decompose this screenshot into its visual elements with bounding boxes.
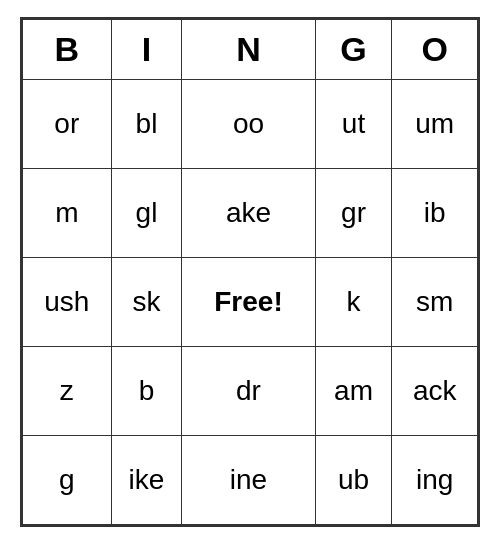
header-row: B I N G O [23, 20, 478, 80]
cell-r0-c3: ut [315, 80, 392, 169]
table-row: mglakegrib [23, 169, 478, 258]
cell-r2-c2[interactable]: Free! [182, 258, 315, 347]
cell-r2-c3: k [315, 258, 392, 347]
table-row: zbdramack [23, 347, 478, 436]
table-row: orblooutum [23, 80, 478, 169]
header-n: N [182, 20, 315, 80]
cell-r2-c1: sk [111, 258, 182, 347]
cell-r0-c4: um [392, 80, 478, 169]
cell-r0-c1: bl [111, 80, 182, 169]
table-row: ushskFree!ksm [23, 258, 478, 347]
header-g: G [315, 20, 392, 80]
cell-r2-c0: ush [23, 258, 112, 347]
cell-r4-c3: ub [315, 436, 392, 525]
header-o: O [392, 20, 478, 80]
cell-r1-c1: gl [111, 169, 182, 258]
cell-r0-c0: or [23, 80, 112, 169]
cell-r3-c0: z [23, 347, 112, 436]
cell-r1-c2: ake [182, 169, 315, 258]
cell-r4-c1: ike [111, 436, 182, 525]
cell-r3-c2: dr [182, 347, 315, 436]
cell-r4-c0: g [23, 436, 112, 525]
bingo-card: B I N G O orblooutummglakegribushskFree!… [20, 17, 480, 527]
cell-r4-c2: ine [182, 436, 315, 525]
cell-r4-c4: ing [392, 436, 478, 525]
table-row: gikeineubing [23, 436, 478, 525]
cell-r0-c2: oo [182, 80, 315, 169]
header-i: I [111, 20, 182, 80]
cell-r3-c4: ack [392, 347, 478, 436]
cell-r1-c3: gr [315, 169, 392, 258]
cell-r2-c4: sm [392, 258, 478, 347]
cell-r3-c3: am [315, 347, 392, 436]
cell-r3-c1: b [111, 347, 182, 436]
cell-r1-c4: ib [392, 169, 478, 258]
header-b: B [23, 20, 112, 80]
cell-r1-c0: m [23, 169, 112, 258]
